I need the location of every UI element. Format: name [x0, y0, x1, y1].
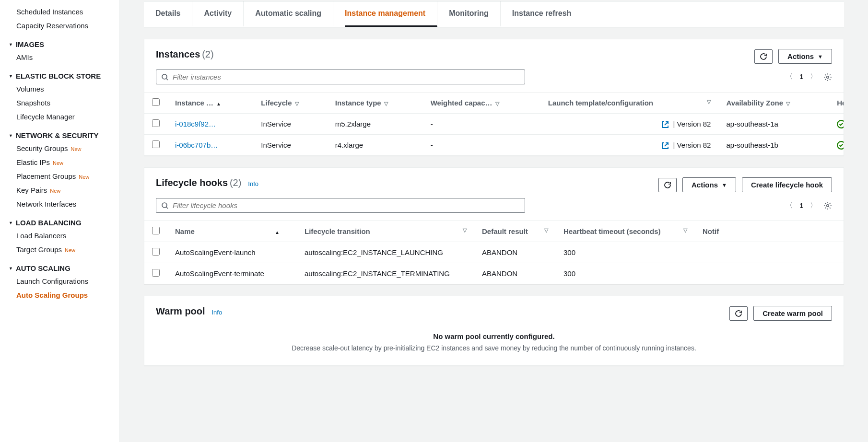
col-launch[interactable]: Launch template/configuration▽	[540, 93, 719, 114]
tab[interactable]: Automatic scaling	[255, 1, 333, 27]
cell-lifecycle: InService	[253, 114, 327, 135]
hooks-title: Lifecycle hooks	[156, 177, 228, 188]
col-notif[interactable]: Notif	[695, 221, 844, 242]
settings-button[interactable]	[823, 72, 832, 81]
caret-down-icon: ▼	[722, 182, 727, 188]
nav-item[interactable]: Auto Scaling Groups	[0, 288, 119, 302]
cell-weighted: -	[423, 114, 540, 135]
nav-item[interactable]: AMIs	[0, 50, 119, 64]
hooks-filter-input[interactable]	[173, 201, 520, 209]
svg-point-4	[162, 203, 167, 208]
nav-item[interactable]: Placement Groups	[0, 169, 119, 183]
tab[interactable]: Instance management	[345, 1, 437, 27]
tab[interactable]: Monitoring	[449, 1, 501, 27]
select-all-checkbox[interactable]	[152, 227, 160, 234]
cell-lifecycle: InService	[253, 135, 327, 156]
hooks-count: (2)	[230, 177, 241, 188]
col-name[interactable]: Name	[167, 221, 297, 242]
lifecycle-hooks-panel: Lifecycle hooks (2) Info Actions ▼ Creat…	[144, 167, 844, 284]
cell-type: m5.2xlarge	[328, 114, 423, 135]
actions-label: Actions	[692, 181, 718, 189]
svg-point-5	[827, 204, 829, 207]
tab[interactable]: Activity	[204, 1, 244, 27]
hooks-actions-button[interactable]: Actions ▼	[682, 177, 736, 192]
tab[interactable]: Instance refresh	[512, 1, 572, 27]
pager-prev-icon[interactable]: 〈	[786, 201, 793, 210]
warm-empty-desc: Decrease scale-out latency by pre-initia…	[156, 344, 832, 352]
hooks-refresh-button[interactable]	[658, 178, 677, 192]
nav-item[interactable]: Snapshots	[0, 96, 119, 110]
success-icon	[837, 120, 844, 128]
cell-type: r4.xlarge	[328, 135, 423, 156]
instance-id-link[interactable]: i-06bc707b…	[175, 141, 218, 149]
nav-item[interactable]: Key Pairs	[0, 183, 119, 197]
col-health[interactable]: He	[829, 93, 844, 114]
cell-name: AutoScalingEvent-launch	[167, 242, 297, 263]
warm-pool-title: Warm pool	[156, 306, 205, 316]
nav-item[interactable]: Security Groups	[0, 141, 119, 155]
nav-item[interactable]: Scheduled Instances	[0, 5, 119, 19]
nav-item[interactable]: Load Balancers	[0, 229, 119, 243]
pager-prev-icon[interactable]: 〈	[786, 72, 793, 81]
hooks-filter[interactable]	[156, 198, 525, 213]
col-type[interactable]: Instance type▽	[328, 93, 423, 114]
instances-filter-input[interactable]	[173, 73, 520, 81]
refresh-button[interactable]	[754, 49, 773, 64]
col-weighted[interactable]: Weighted capac…▽	[423, 93, 540, 114]
external-link-icon	[661, 142, 669, 150]
pager-next-icon[interactable]: 〉	[810, 201, 817, 210]
instances-filter[interactable]	[156, 70, 525, 84]
instance-id-link[interactable]: i-018c9f92…	[175, 120, 216, 128]
create-warm-pool-button[interactable]: Create warm pool	[753, 306, 832, 321]
external-link-icon	[661, 121, 669, 128]
nav-item[interactable]: Volumes	[0, 82, 119, 96]
pager-next-icon[interactable]: 〉	[810, 72, 817, 81]
cell-result: ABANDON	[474, 263, 556, 284]
actions-label: Actions	[787, 52, 814, 60]
instances-count: (2)	[202, 49, 213, 59]
pager-page: 1	[799, 73, 803, 81]
table-row: AutoScalingEvent-launchautoscaling:EC2_I…	[144, 242, 844, 263]
hooks-info-link[interactable]: Info	[248, 180, 258, 187]
col-instance[interactable]: Instance …	[167, 93, 253, 114]
nav-group[interactable]: IMAGES	[0, 33, 119, 50]
cell-heartbeat: 300	[556, 263, 695, 284]
nav-group[interactable]: AUTO SCALING	[0, 256, 119, 274]
hooks-pager: 〈 1 〉	[786, 201, 832, 209]
warm-pool-info-link[interactable]: Info	[211, 309, 222, 316]
col-az[interactable]: Availability Zone▽	[718, 93, 829, 114]
nav-item[interactable]: Target Groups	[0, 243, 119, 256]
nav-item[interactable]: Capacity Reservations	[0, 19, 119, 33]
cell-name: AutoScalingEvent-terminate	[167, 263, 297, 284]
pager-page: 1	[799, 202, 803, 209]
instances-panel: Instances (2) Actions ▼	[144, 39, 844, 156]
tab[interactable]: Details	[155, 1, 192, 27]
nav-item[interactable]: Launch Configurations	[0, 274, 119, 288]
col-result[interactable]: Default result▽	[474, 221, 556, 242]
row-checkbox[interactable]	[152, 248, 160, 256]
nav-item[interactable]: Lifecycle Manager	[0, 110, 119, 124]
row-checkbox[interactable]	[152, 119, 160, 127]
col-transition[interactable]: Lifecycle transition▽	[297, 221, 474, 242]
create-lifecycle-hook-button[interactable]: Create lifecycle hook	[742, 177, 832, 192]
row-checkbox[interactable]	[152, 140, 160, 148]
nav-item[interactable]: Elastic IPs	[0, 155, 119, 169]
col-lifecycle[interactable]: Lifecycle▽	[253, 93, 327, 114]
cell-launch: | Version 82	[540, 135, 719, 156]
cell-az: ap-southeast-1a	[718, 114, 829, 135]
settings-button[interactable]	[823, 201, 832, 209]
cell-health	[829, 135, 844, 156]
instances-table: Instance … Lifecycle▽ Instance type▽ Wei…	[144, 92, 844, 155]
warm-refresh-button[interactable]	[729, 306, 748, 321]
cell-az: ap-southeast-1b	[718, 135, 829, 156]
col-heartbeat[interactable]: Heartbeat timeout (seconds)▽	[556, 221, 695, 242]
nav-item[interactable]: Network Interfaces	[0, 197, 119, 211]
nav-group[interactable]: NETWORK & SECURITY	[0, 124, 119, 141]
instances-actions-button[interactable]: Actions ▼	[778, 49, 832, 64]
nav-group[interactable]: ELASTIC BLOCK STORE	[0, 64, 119, 82]
svg-point-3	[837, 141, 844, 149]
nav-group[interactable]: LOAD BALANCING	[0, 211, 119, 229]
success-icon	[837, 141, 844, 150]
select-all-checkbox[interactable]	[152, 98, 160, 106]
row-checkbox[interactable]	[152, 269, 160, 277]
